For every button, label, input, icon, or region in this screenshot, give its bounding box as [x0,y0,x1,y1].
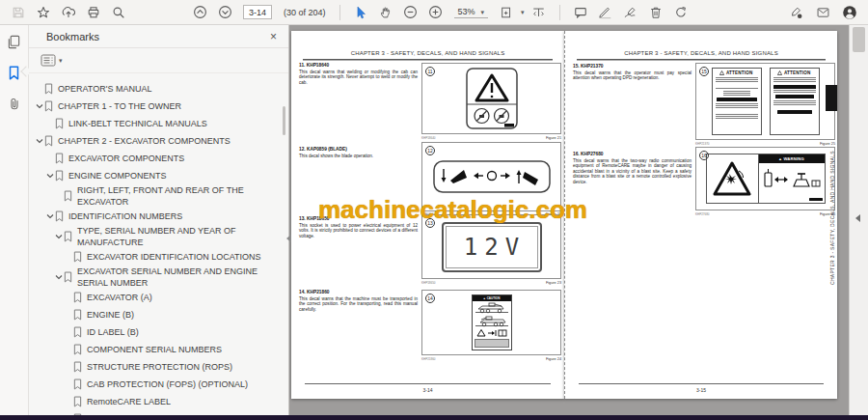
account-avatar[interactable] [839,3,860,22]
delete-icon[interactable] [645,3,666,22]
chevron-down-icon[interactable] [44,212,55,220]
toolbar-file-group [8,3,129,22]
fill-and-sign-icon[interactable] [785,3,806,22]
bookmark-item[interactable]: EXCAVATOR (A) [29,289,288,306]
navigation-rail [0,25,29,420]
bookmark-icon [55,170,68,182]
bookmark-item[interactable]: ENGINE (B) [29,306,288,323]
figure-code: KHP27680 [695,212,710,216]
page-number: 3-15 [565,387,837,393]
bookmark-item[interactable]: TYPE, SERIAL NUMBER AND YEAR OF MANUFACT… [29,225,288,248]
attachments-icon[interactable] [6,95,23,112]
next-page-icon[interactable] [214,3,235,22]
decal-text-lines [773,77,816,84]
figure-label: Figure 21 [546,136,561,140]
blade-operation-decal [433,160,551,193]
page-thumbnails-icon[interactable] [6,33,23,50]
radio-distance-pictogram [759,163,825,198]
expand-tools-arrow[interactable] [855,214,860,222]
chapter-header: CHAPTER 3 - SAFETY, DECALS, AND HAND SIG… [565,50,837,56]
hand-tool-icon[interactable] [375,3,396,22]
attention-label: ATTENTION [726,70,753,75]
chevron-down-icon[interactable] [34,102,44,110]
save-icon[interactable] [8,3,29,22]
bookmark-item[interactable]: LINK-BELT TECHNICAL MANUALS [29,115,288,132]
chevron-down-icon[interactable] [53,273,64,281]
bookmark-item[interactable]: CHAPTER 1 - TO THE OWNER [29,98,288,115]
share-icon[interactable] [58,3,79,22]
bookmark-icon [64,231,76,242]
comment-icon[interactable] [570,3,591,22]
close-icon[interactable]: × [268,30,279,43]
page-number-input[interactable] [243,5,272,19]
figure-code: KHP18640 [421,136,436,140]
scrollbar-thumb[interactable] [853,27,865,52]
chevron-down-icon[interactable] [53,233,64,240]
chevron-down-icon[interactable]: ▾ [521,9,525,15]
bookmark-item[interactable]: STRUCTURE PROTECTION (ROPS) [29,358,288,376]
bookmark-icon [44,135,57,147]
chapter-side-label: CHAPTER 3 - SAFETY, DECALS, AND HAND SIG… [829,116,835,285]
fit-width-icon[interactable] [529,3,550,22]
section-title: 15. KHP21370 [573,64,692,69]
search-icon[interactable] [108,3,129,22]
toolbar: (30 of 204) 53% ▾ ▾ [0,0,868,25]
bookmarks-options-button[interactable]: ▾ [41,54,63,67]
figure-number-badge: 14 [425,294,435,303]
chevron-down-icon[interactable] [34,137,44,145]
pdf-viewer-window: (30 of 204) 53% ▾ ▾ [0,0,868,420]
fit-page-icon[interactable] [496,3,517,22]
chevron-down-icon[interactable] [44,172,55,180]
bookmark-label: CAB PROTECTION (FOPS) (OPTIONAL) [86,378,248,390]
star-icon[interactable] [33,3,54,22]
bookmark-item[interactable]: ID LABEL (B) [29,323,288,341]
bookmark-item[interactable]: OPERATOR'S MANUAL [29,80,288,98]
highlight-pencil-icon[interactable] [595,3,616,22]
chapter-tab-marker [826,85,837,111]
redo-icon[interactable] [670,3,692,22]
page-spread: CHAPTER 3 - SAFETY, DECALS, AND HAND SIG… [291,31,837,399]
bookmark-item[interactable]: RemoteCARE LABEL [29,393,288,410]
transport-pictogram [473,315,511,328]
figure-code: KHP21860 [421,357,436,361]
bookmark-item[interactable]: IDENTIFICATION NUMBERS [29,208,288,225]
bookmark-label: ID LABEL (B) [86,326,139,338]
figure-number-badge: 11 [425,67,435,76]
bookmark-item[interactable]: EXCAVATOR SERIAL NUMBER AND ENGINE SERIA… [29,266,288,289]
manual-section-16: 16. KHP27680 This decal warns that the t… [573,152,692,184]
bookmark-icon [73,326,86,338]
sign-icon[interactable] [620,3,641,22]
select-tool-icon[interactable] [350,3,371,22]
zoom-level-dropdown[interactable]: 53% ▾ [454,6,489,18]
bookmark-icon [44,83,57,95]
email-icon[interactable] [812,3,833,22]
bookmark-item[interactable]: RIGHT, LEFT, FRONT AND REAR OF THE EXCAV… [29,184,288,208]
panel-scrollbar[interactable] [283,106,285,135]
print-icon[interactable] [83,3,104,22]
bookmark-label: IDENTIFICATION NUMBERS [68,210,182,222]
bookmark-label: OPERATOR'S MANUAL [57,83,151,95]
bookmark-item[interactable]: COMPONENT SERIAL NUMBERS [29,341,288,358]
toolbar-nav-group: (30 of 204) 53% ▾ ▾ [189,3,692,22]
chapter-header: CHAPTER 3 - SAFETY, DECALS, AND HAND SIG… [291,50,564,56]
manual-section-15: 15. KHP21370 This decal warns that the o… [573,64,692,81]
collapse-panel-arrow[interactable] [286,235,291,242]
bookmark-item[interactable]: EXCAVATOR IDENTIFICATION LOCATIONS [29,248,288,266]
read-manual-pictogram [473,328,511,338]
zoom-out-icon[interactable] [400,3,421,22]
bookmark-label: EXCAVATOR COMPONENTS [68,153,184,164]
bookmark-item[interactable]: EXCAVATOR COMPONENTS [29,150,288,167]
figure-13: 13 12V [421,214,561,279]
bookmark-icon [73,396,86,407]
decal-text-lines [723,91,750,96]
bookmark-item[interactable]: CAB PROTECTION (FOPS) (OPTIONAL) [29,376,288,393]
manual-section-14: 14. KHP21860 This decal warns that the m… [299,290,418,312]
bookmarks-panel-icon[interactable] [6,64,23,81]
figure-code: KHP21370 [695,142,710,146]
bookmark-item[interactable]: CHAPTER 2 - EXCAVATOR COMPONENTS [29,132,288,150]
previous-page-icon[interactable] [189,3,210,22]
section-body: This socket is used to power electrical … [299,223,418,238]
transport-pictogram [473,301,511,315]
zoom-in-icon[interactable] [425,3,447,22]
bookmark-item[interactable]: ENGINE COMPONENTS [29,167,288,184]
